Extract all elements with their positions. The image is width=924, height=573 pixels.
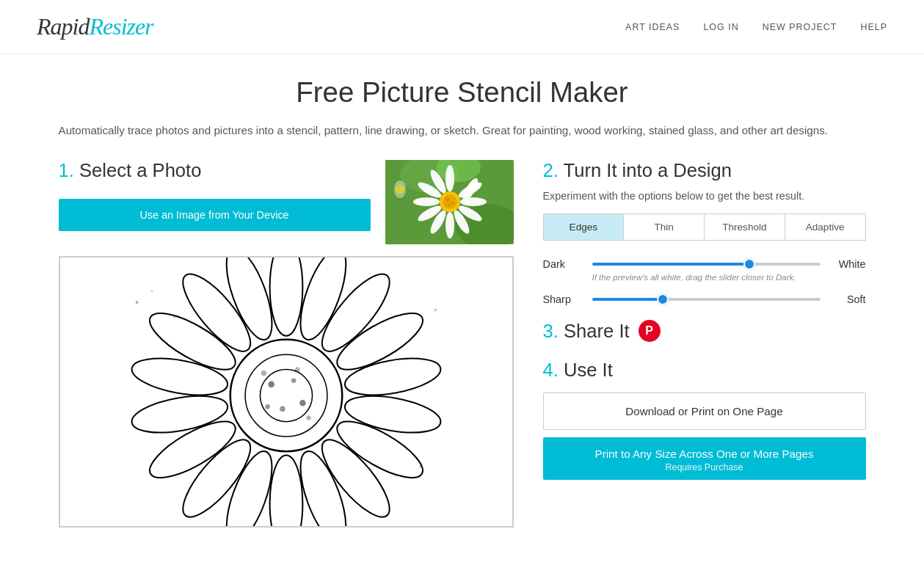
design-tabs: Edges Thin Threshold Adaptive bbox=[543, 213, 866, 241]
tab-edges[interactable]: Edges bbox=[544, 214, 625, 240]
svg-point-48 bbox=[300, 401, 305, 406]
svg-point-52 bbox=[307, 417, 310, 420]
select-photo-top: 1. Select a Photo Use an Image from Your… bbox=[59, 160, 514, 244]
dark-slider-row: Dark White bbox=[543, 258, 866, 270]
svg-point-22 bbox=[396, 185, 404, 194]
section3-title: 3. Share It bbox=[543, 321, 630, 342]
download-button[interactable]: Download or Print on One Page bbox=[543, 393, 866, 430]
section3-number: 3. bbox=[543, 321, 564, 341]
design-subtitle: Experiment with the options below to get… bbox=[543, 190, 866, 202]
svg-point-18 bbox=[445, 197, 450, 202]
section4-number: 4. bbox=[543, 360, 564, 380]
svg-point-57 bbox=[434, 308, 437, 311]
svg-point-24 bbox=[269, 258, 302, 336]
section2-number: 2. bbox=[543, 160, 564, 180]
svg-point-53 bbox=[135, 301, 138, 304]
logo[interactable]: RapidResizer bbox=[37, 13, 153, 40]
page-subtitle: Automatically trace photos and pictures … bbox=[59, 122, 866, 139]
stencil-preview bbox=[59, 256, 514, 528]
svg-point-7 bbox=[460, 197, 487, 206]
logo-rapid: Rapid bbox=[37, 13, 89, 40]
print-btn-main: Print to Any Size Across One or More Pag… bbox=[555, 448, 854, 460]
section2-text: Turn It into a Design bbox=[564, 160, 732, 180]
two-column-layout: 1. Select a Photo Use an Image from Your… bbox=[59, 160, 866, 528]
svg-point-47 bbox=[280, 407, 284, 411]
logo-resizer: Resizer bbox=[89, 13, 153, 40]
section1-title: 1. Select a Photo bbox=[59, 160, 371, 181]
white-label: White bbox=[829, 258, 866, 270]
section1-number: 1. bbox=[59, 160, 79, 180]
svg-point-19 bbox=[451, 202, 454, 205]
svg-point-46 bbox=[292, 379, 295, 382]
svg-point-50 bbox=[296, 368, 299, 371]
section2-title: 2. Turn It into a Design bbox=[543, 160, 866, 181]
tab-adaptive[interactable]: Adaptive bbox=[785, 214, 865, 240]
tab-threshold[interactable]: Threshold bbox=[705, 214, 785, 240]
pinterest-button[interactable]: P bbox=[639, 320, 661, 342]
section3-text: Share It bbox=[564, 321, 630, 341]
print-button[interactable]: Print to Any Size Across One or More Pag… bbox=[543, 437, 866, 480]
svg-point-56 bbox=[172, 316, 175, 318]
slider-hint: If the preview's all white, drag the sli… bbox=[592, 273, 866, 282]
svg-point-20 bbox=[448, 203, 451, 206]
stencil-svg bbox=[60, 258, 512, 526]
svg-point-54 bbox=[150, 291, 153, 293]
dark-label: Dark bbox=[543, 258, 583, 270]
svg-point-45 bbox=[269, 382, 273, 387]
right-column: 2. Turn It into a Design Experiment with… bbox=[543, 160, 866, 480]
sharp-slider[interactable] bbox=[592, 298, 821, 301]
svg-point-4 bbox=[445, 165, 454, 191]
page-title: Free Picture Stencil Maker bbox=[59, 76, 866, 109]
svg-point-51 bbox=[261, 371, 265, 375]
dark-slider[interactable] bbox=[592, 263, 821, 266]
svg-point-10 bbox=[445, 212, 454, 238]
section4-text: Use It bbox=[564, 360, 613, 380]
use-section: 4. Use It Download or Print on One Page … bbox=[543, 360, 866, 480]
soft-label: Soft bbox=[829, 293, 866, 305]
svg-point-13 bbox=[413, 197, 440, 206]
nav-log-in[interactable]: LOG IN bbox=[703, 22, 738, 32]
svg-point-49 bbox=[266, 406, 269, 409]
svg-point-42 bbox=[230, 340, 342, 452]
left-column: 1. Select a Photo Use an Image from Your… bbox=[59, 160, 514, 528]
tab-thin[interactable]: Thin bbox=[624, 214, 705, 240]
upload-button[interactable]: Use an Image from Your Device bbox=[59, 199, 371, 231]
main-container: Free Picture Stencil Maker Automatically… bbox=[22, 54, 903, 550]
nav-art-ideas[interactable]: ART IDEAS bbox=[625, 22, 680, 32]
section1-text: Select a Photo bbox=[79, 160, 201, 180]
sharp-label: Sharp bbox=[543, 293, 583, 305]
svg-point-17 bbox=[443, 194, 457, 209]
print-btn-sub: Requires Purchase bbox=[555, 462, 854, 472]
sharp-slider-row: Sharp Soft bbox=[543, 293, 866, 305]
nav-new-project[interactable]: NEW PROJECT bbox=[763, 22, 837, 32]
svg-point-55 bbox=[418, 465, 421, 468]
section4-title: 4. Use It bbox=[543, 360, 866, 381]
navbar: RapidResizer ART IDEAS LOG IN NEW PROJEC… bbox=[0, 0, 924, 54]
photo-svg bbox=[385, 160, 514, 244]
nav-help[interactable]: HELP bbox=[860, 22, 887, 32]
photo-thumbnail bbox=[385, 160, 514, 244]
select-photo-section: 1. Select a Photo Use an Image from Your… bbox=[59, 160, 371, 231]
nav-links: ART IDEAS LOG IN NEW PROJECT HELP bbox=[625, 22, 887, 32]
share-section: 3. Share It P bbox=[543, 320, 866, 342]
